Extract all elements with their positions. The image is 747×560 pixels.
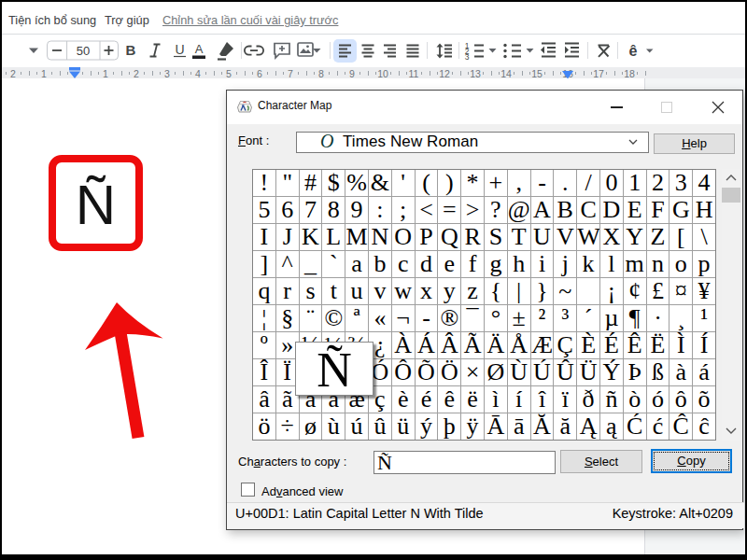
svg-text:3: 3: [465, 52, 470, 62]
svg-text:B: B: [126, 42, 136, 58]
svg-text:U: U: [175, 42, 184, 57]
svg-text:A: A: [195, 42, 204, 56]
svg-text:ê: ê: [629, 43, 638, 59]
svg-text:50: 50: [77, 44, 90, 58]
